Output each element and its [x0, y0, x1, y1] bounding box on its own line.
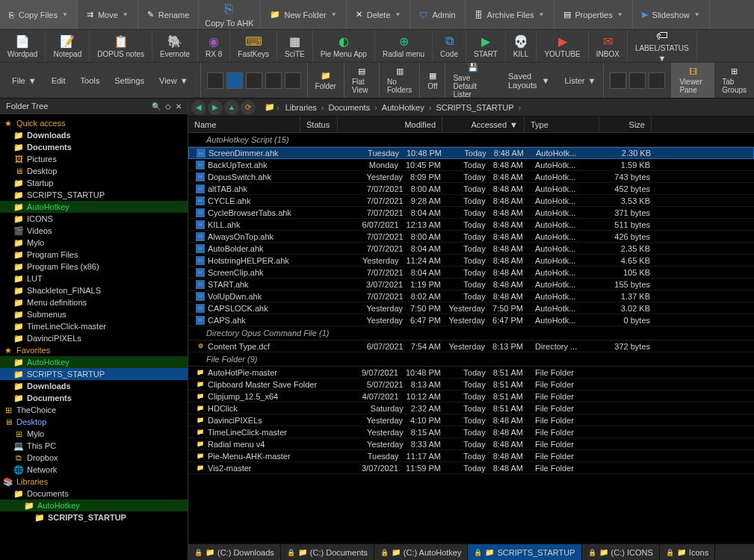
file-row[interactable]: HBackUpText.ahkMonday10:45 PMToday8:48 A…	[188, 159, 754, 171]
menu-settings[interactable]: Settings	[107, 63, 152, 98]
menu-edit[interactable]: Edit	[44, 63, 73, 98]
menu-file[interactable]: File▼	[4, 63, 44, 98]
dopus-notes-button[interactable]: 📋DOPUS notes	[90, 30, 152, 62]
menu-tools[interactable]: Tools	[73, 63, 108, 98]
file-group-header[interactable]: Directory Opus Command File (1)	[188, 326, 754, 340]
file-group-header[interactable]: File Folder (9)	[188, 352, 754, 367]
tree-body[interactable]: ★Quick access📁Downloads📁Documents🖼Pictur…	[0, 114, 188, 560]
file-row[interactable]: HAlwaysOnTop.ahk7/07/20218:00 AMToday8:4…	[188, 231, 754, 243]
col-size[interactable]: Size	[599, 116, 652, 132]
tab-groups-tool[interactable]: ⊞Tab Groups	[714, 63, 754, 98]
col-modified[interactable]: Modified	[338, 116, 442, 132]
fastkeys-button[interactable]: ⌨FastKeys	[230, 30, 277, 62]
tree-node[interactable]: ★Quick access	[0, 117, 188, 129]
file-row[interactable]: HCYCLE.ahk7/07/20219:28 AMToday8:48 AMAu…	[188, 195, 754, 207]
nav-forward[interactable]: ▶	[208, 100, 223, 115]
tree-node[interactable]: 📁AutoHotkey	[0, 201, 188, 213]
file-row[interactable]: 📁Clipboard Master Save Folder5/07/20218:…	[188, 379, 754, 391]
rx8-button[interactable]: ◉RX 8	[198, 30, 230, 62]
folder-tab[interactable]: 🔒📁SCRIPTS_STARTUP	[468, 544, 581, 560]
tree-node[interactable]: 📁Startup	[0, 177, 188, 189]
file-row[interactable]: HHotstringHELPER.ahkYesterday11:24 AMTod…	[188, 255, 754, 267]
admin-button[interactable]: 🛡Admin	[410, 0, 465, 29]
col-type[interactable]: Type	[525, 116, 599, 132]
new-folder-button[interactable]: 📁New Folder▼	[261, 0, 347, 29]
tree-node[interactable]: 📁SCRIPTS_STARTUP	[0, 368, 188, 380]
panel-1[interactable]	[610, 72, 626, 89]
file-row[interactable]: 📁DavinciPIXELsYesterday4:10 PMToday8:48 …	[188, 414, 754, 426]
tree-node[interactable]: ⊞Mylo	[0, 428, 188, 440]
folder-tab[interactable]: 🔒📁(C:) Downloads	[188, 544, 281, 560]
folder-tab[interactable]: 🔒📁(C:) AutoHotkey	[374, 544, 469, 560]
inbox-button[interactable]: ✉INBOX	[589, 30, 628, 62]
move-button[interactable]: ⇉Move▼	[78, 0, 138, 29]
tree-node[interactable]: 🌐Network	[0, 464, 188, 476]
col-accessed[interactable]: Accessed▼	[442, 116, 525, 132]
collapse-icon[interactable]: ◇	[165, 102, 171, 111]
label-status-button[interactable]: 🏷LABEL/STATUS▼	[628, 30, 697, 62]
file-row[interactable]: HVolUpDwn.ahk7/07/20218:02 AMToday8:48 A…	[188, 290, 754, 302]
slideshow-button[interactable]: ▶Slideshow▼	[633, 0, 710, 29]
panel-3[interactable]	[649, 72, 665, 89]
tree-node[interactable]: 🎬Videos	[0, 225, 188, 237]
tree-node[interactable]: 📁Downloads	[0, 129, 188, 141]
file-row[interactable]: HaltTAB.ahk7/07/20218:00 AMToday8:48 AMA…	[188, 183, 754, 195]
panel-2[interactable]	[629, 72, 646, 89]
tree-node[interactable]: 🖥Desktop	[0, 416, 188, 428]
file-row[interactable]: 📁HDClickSaturday2:32 AMToday8:51 AMFile …	[188, 402, 754, 414]
file-row[interactable]: 📁Vis2-master3/07/202111:59 PMToday8:48 A…	[188, 462, 754, 474]
breadcrumb-item[interactable]: AutoHotkey	[377, 103, 429, 112]
file-row[interactable]: HScreenDimmer.ahkTuesday10:48 PMToday8:4…	[188, 147, 754, 159]
archive-files-button[interactable]: 🗄Archive Files▼	[466, 0, 554, 29]
evernote-button[interactable]: 🐘Evernote	[152, 30, 198, 62]
file-list[interactable]: AutoHotkey Script (15)HScreenDimmer.ahkT…	[188, 133, 754, 544]
file-row[interactable]: HCAPSLOCK.ahkYesterday7:50 PMYesterday7:…	[188, 302, 754, 314]
tree-node[interactable]: 📚Libraries	[0, 476, 188, 488]
tree-node[interactable]: 📁DavinciPIXELs	[0, 332, 188, 344]
file-row[interactable]: HSTART.ahk3/07/20211:19 PMToday8:48 AMAu…	[188, 279, 754, 290]
file-row[interactable]: 📁TimeLineClick-masterYesterday8:15 AMTod…	[188, 426, 754, 438]
tree-node[interactable]: ⧉Dropbox	[0, 452, 188, 464]
lister-button[interactable]: Lister▼	[557, 76, 604, 85]
flat-view-tool[interactable]: ▤Flat View	[344, 63, 379, 98]
file-row[interactable]: 📁AutoHotPie-master9/07/202110:48 PMToday…	[188, 367, 754, 379]
tree-node[interactable]: 📁Mylo	[0, 237, 188, 249]
view-large-icons[interactable]	[207, 72, 223, 89]
file-row[interactable]: HScreenClip.ahk7/07/20218:04 AMToday8:48…	[188, 267, 754, 279]
tree-node[interactable]: 📁Menu definitions	[0, 296, 188, 308]
tree-node[interactable]: 📁SCRIPTS_STARTUP	[0, 189, 188, 201]
view-list[interactable]	[246, 72, 262, 89]
tree-node[interactable]: 📁ICONS	[0, 213, 188, 225]
view-tiles[interactable]	[265, 72, 282, 89]
file-row[interactable]: HCycleBrowserTabs.ahk7/07/20218:04 AMTod…	[188, 207, 754, 219]
tree-node[interactable]: ⊞TheChoice	[0, 404, 188, 416]
wordpad-button[interactable]: 📄Wordpad	[0, 30, 46, 62]
pie-menu-button[interactable]: ◐Pie Menu App	[313, 30, 375, 62]
breadcrumb-item[interactable]: Libraries	[281, 103, 321, 112]
rename-button[interactable]: ✎Rename	[138, 0, 200, 29]
kill-button[interactable]: 💀KILL	[506, 30, 537, 62]
breadcrumb-item[interactable]: Documents	[324, 103, 375, 112]
file-row[interactable]: HAutoBolder.ahk7/07/20218:04 AMToday8:48…	[188, 243, 754, 255]
tree-node[interactable]: 📁Documents	[0, 141, 188, 153]
close-icon[interactable]: ✕	[176, 102, 182, 111]
tree-node[interactable]: 📁AutoHotkey	[0, 500, 188, 511]
file-row[interactable]: ⚙Content Type.dcf6/07/20217:54 AMYesterd…	[188, 340, 754, 352]
viewer-pane-tool[interactable]: 🎞Viewer Pane	[671, 63, 714, 98]
tree-node[interactable]: 📁AutoHotkey	[0, 356, 188, 368]
properties-button[interactable]: ▤Properties▼	[554, 0, 633, 29]
folder-tab[interactable]: 🔒📁(C:) ICONS	[582, 544, 660, 560]
tree-node[interactable]: 📁Downloads	[0, 380, 188, 392]
file-row[interactable]: HCAPS.ahkYesterday6:47 PMYesterday6:47 P…	[188, 314, 754, 326]
notepad-button[interactable]: 📝Notepad	[46, 30, 90, 62]
tree-node[interactable]: 📁Program Files	[0, 249, 188, 261]
folder-tool[interactable]: 📁Folder	[307, 63, 344, 98]
saved-layouts-button[interactable]: Saved Layouts▼	[501, 72, 557, 90]
col-name[interactable]: Name	[188, 116, 300, 132]
off-tool[interactable]: ▦Off	[419, 63, 445, 98]
tree-node[interactable]: 💻This PC	[0, 440, 188, 452]
delete-button[interactable]: ✕Delete▼	[347, 0, 411, 29]
code-button[interactable]: ⧉Code	[433, 30, 466, 62]
tree-node[interactable]: 📁Submenus	[0, 308, 188, 320]
menu-view[interactable]: View▼	[152, 63, 196, 98]
